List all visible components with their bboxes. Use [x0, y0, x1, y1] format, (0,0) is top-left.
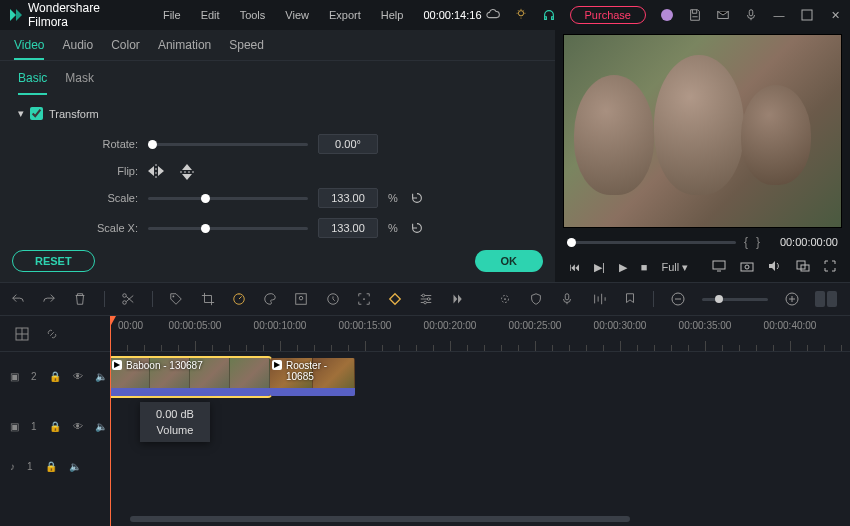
track-video2[interactable]: ▶ Baboon - 130687 ▶ Rooster - 10685 0.00… [110, 352, 850, 402]
keyframe-icon[interactable] [387, 291, 402, 307]
redo-icon[interactable] [41, 291, 56, 307]
prev-frame-icon[interactable]: ⏮ [569, 261, 580, 273]
svg-rect-26 [566, 294, 570, 300]
track-video1[interactable] [110, 402, 850, 452]
clip-baboon[interactable]: ▶ Baboon - 130687 [110, 358, 270, 396]
svg-rect-9 [741, 263, 753, 271]
tab-video[interactable]: Video [14, 38, 44, 60]
timeline-tracks-area[interactable]: 00:00 00:00:05:00 00:00:10:00 00:00:15:0… [110, 316, 850, 526]
tag-icon[interactable] [169, 291, 184, 307]
lightbulb-icon[interactable] [514, 8, 528, 22]
scale-slider[interactable] [148, 197, 308, 200]
menu-file[interactable]: File [155, 9, 189, 21]
mic-icon[interactable] [744, 8, 758, 22]
fullscreen-icon[interactable] [824, 260, 836, 274]
mark-out-button[interactable]: } [756, 235, 760, 249]
subtab-basic[interactable]: Basic [18, 71, 47, 95]
scale-reset-icon[interactable] [410, 191, 424, 205]
green-screen-icon[interactable] [294, 291, 309, 307]
svg-rect-4 [802, 10, 812, 20]
save-icon[interactable] [688, 8, 702, 22]
zoom-out-icon[interactable] [670, 291, 685, 307]
shield-icon[interactable] [528, 291, 543, 307]
flip-vertical-icon[interactable] [180, 164, 196, 178]
time-ruler[interactable]: 00:00 00:00:05:00 00:00:10:00 00:00:15:0… [110, 316, 850, 352]
headphones-icon[interactable] [542, 8, 556, 22]
close-icon[interactable]: ✕ [828, 8, 842, 22]
menu-view[interactable]: View [277, 9, 317, 21]
eye-icon[interactable]: 👁 [73, 421, 83, 432]
color-icon[interactable] [263, 291, 278, 307]
enhance-icon[interactable] [497, 291, 512, 307]
crop-icon[interactable] [200, 291, 215, 307]
focus-icon[interactable] [356, 291, 371, 307]
menu-tools[interactable]: Tools [232, 9, 274, 21]
menu-edit[interactable]: Edit [193, 9, 228, 21]
mute-icon[interactable]: 🔈 [95, 421, 107, 432]
avatar-icon[interactable] [660, 8, 674, 22]
zoom-in-icon[interactable] [784, 291, 799, 307]
mute-icon[interactable]: 🔈 [95, 371, 107, 382]
stop-icon[interactable]: ■ [641, 261, 648, 273]
lock-icon[interactable]: 🔒 [49, 371, 61, 382]
eye-icon[interactable]: 👁 [73, 371, 83, 382]
voiceover-icon[interactable] [560, 291, 575, 307]
transform-checkbox[interactable] [30, 107, 43, 120]
snapshot-icon[interactable] [740, 260, 754, 274]
section-transform[interactable]: ▾ Transform [18, 107, 537, 120]
split-icon[interactable] [121, 291, 136, 307]
track-manager-icon[interactable] [14, 326, 30, 342]
zoom-slider[interactable] [702, 298, 769, 301]
maximize-icon[interactable] [800, 8, 814, 22]
more-tools-icon[interactable] [450, 291, 465, 307]
preview-viewport[interactable] [563, 34, 842, 228]
reset-button[interactable]: RESET [12, 250, 95, 272]
scalex-value[interactable]: 133.00 [318, 218, 378, 238]
subtab-mask[interactable]: Mask [65, 71, 94, 95]
tab-audio[interactable]: Audio [62, 38, 93, 60]
scalex-reset-icon[interactable] [410, 221, 424, 235]
undo-icon[interactable] [10, 291, 25, 307]
mute-icon[interactable]: 🔈 [69, 461, 81, 472]
tab-color[interactable]: Color [111, 38, 140, 60]
tab-animation[interactable]: Animation [158, 38, 211, 60]
preview-scrubber[interactable] [567, 241, 736, 244]
mail-icon[interactable] [716, 8, 730, 22]
flip-horizontal-icon[interactable] [148, 164, 164, 178]
lock-icon[interactable]: 🔒 [45, 461, 57, 472]
app-name: Wondershare Filmora [28, 1, 139, 29]
export-frame-icon[interactable] [796, 260, 810, 274]
scale-value[interactable]: 133.00 [318, 188, 378, 208]
ok-button[interactable]: OK [475, 250, 544, 272]
scalex-slider[interactable] [148, 227, 308, 230]
tab-speed[interactable]: Speed [229, 38, 264, 60]
rotate-slider[interactable] [148, 143, 308, 146]
lock-icon[interactable]: 🔒 [49, 421, 61, 432]
play-in-icon[interactable]: ▶| [594, 261, 605, 274]
delete-icon[interactable] [72, 291, 87, 307]
adjust-icon[interactable] [419, 291, 434, 307]
rotate-value[interactable]: 0.00° [318, 134, 378, 154]
audio-mix-icon[interactable] [591, 291, 606, 307]
clip-rooster[interactable]: ▶ Rooster - 10685 [270, 358, 355, 396]
menu-help[interactable]: Help [373, 9, 412, 21]
menu-export[interactable]: Export [321, 9, 369, 21]
display-icon[interactable] [712, 260, 726, 274]
mark-in-button[interactable]: { [744, 235, 748, 249]
link-icon[interactable] [44, 326, 60, 342]
timeline-view-icon[interactable] [815, 291, 840, 307]
track-audio1[interactable] [110, 452, 850, 482]
playhead[interactable] [110, 316, 111, 526]
volume-icon[interactable] [768, 260, 782, 274]
cloud-icon[interactable] [486, 8, 500, 22]
minimize-icon[interactable]: — [772, 8, 786, 22]
clock-icon[interactable] [325, 291, 340, 307]
play-icon[interactable]: ▶ [619, 261, 627, 274]
speed-icon[interactable] [231, 291, 246, 307]
marker-icon[interactable] [622, 291, 637, 307]
fit-select[interactable]: Full ▾ [662, 261, 689, 274]
timeline-hscroll[interactable] [110, 516, 850, 524]
preview-panel: { } 00:00:00:00 ⏮ ▶| ▶ ■ Full ▾ [555, 30, 850, 282]
prop-rotate: Rotate: 0.00° [18, 134, 537, 154]
purchase-button[interactable]: Purchase [570, 6, 646, 24]
